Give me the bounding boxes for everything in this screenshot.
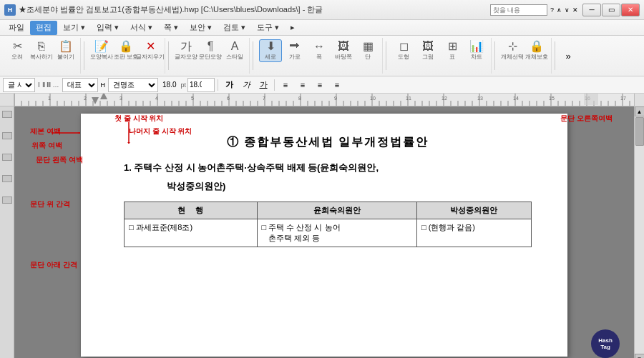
svg-text:9: 9 bbox=[334, 96, 337, 101]
paste-button[interactable]: 📋 붙이기 bbox=[54, 39, 77, 62]
format-div2 bbox=[274, 79, 275, 91]
toolbar-expand-button[interactable]: » bbox=[560, 47, 577, 64]
ann-topmargin: 위쪽 여백 bbox=[31, 141, 62, 151]
search-up-icon[interactable]: ? bbox=[550, 6, 554, 14]
bold-button[interactable]: 가 bbox=[221, 78, 237, 92]
ann-leftmargin: 제본 여백 bbox=[30, 126, 61, 136]
align-center-button[interactable]: ≡ bbox=[295, 78, 311, 92]
vertical-button[interactable]: ⬇ 세로 bbox=[259, 39, 282, 62]
search-bar: ? ∧ ∨ ✕ bbox=[490, 4, 578, 16]
menu-review[interactable]: 검토 ▾ bbox=[218, 21, 251, 35]
scroll-down-button[interactable]: ▼ bbox=[635, 354, 645, 358]
menu-edit[interactable]: 편집 bbox=[30, 21, 57, 35]
horizontal-button[interactable]: ⮕ 가로 bbox=[283, 39, 306, 62]
bg-icon: 🖼 bbox=[338, 41, 349, 52]
column-button[interactable]: ▦ 단 bbox=[356, 39, 379, 62]
menu-format[interactable]: 서식 ▾ bbox=[125, 21, 158, 35]
sidebar-btn4[interactable] bbox=[2, 175, 12, 182]
table-row-1: □ 과세표준(제8조) □ 주택 수 산정 시 농어 촌주택 제외 등 □ (현… bbox=[125, 219, 532, 247]
document-page: ① 종합부동산세법 일부개정법률안 1. 주택수 산정 시 농어촌주택·상속주택… bbox=[81, 114, 567, 357]
style-buttons: 가 글자모양 ¶ 문단모양 A 스타일 bbox=[175, 39, 246, 62]
picture-button[interactable]: 🖼 그림 bbox=[416, 39, 439, 62]
paste-icon: 📋 bbox=[59, 41, 73, 52]
close-button[interactable]: ✕ bbox=[621, 4, 640, 16]
cut-icon: ✂ bbox=[13, 41, 22, 52]
style-group: 가 글자모양 ¶ 문단모양 A 스타일 bbox=[172, 38, 250, 74]
search-x-icon[interactable]: ✕ bbox=[572, 6, 578, 14]
table-cell-1-3: □ (현행과 같음) bbox=[416, 219, 531, 247]
menu-more[interactable]: ▸ bbox=[285, 21, 301, 35]
ruler-corner bbox=[0, 94, 14, 106]
background-button[interactable]: 🖼 바탕쪽 bbox=[332, 39, 355, 62]
menu-input[interactable]: 입력 ▾ bbox=[91, 21, 125, 35]
ann-remainingline: 나머지 줄 시작 위치 bbox=[129, 126, 192, 136]
object-select-button[interactable]: ⊹ 개체선택 bbox=[501, 39, 524, 62]
content-row: 제본 여백 첫 줄 시작 위치 나머지 줄 시작 위치 위쪽 여백 문단 왼쪽 … bbox=[0, 106, 644, 358]
format-copy-button[interactable]: 📝 모양복사 bbox=[90, 39, 113, 62]
restore-button[interactable]: ▭ bbox=[602, 4, 620, 16]
format-copy-group: 📝 모양복사 🔒 조판 보호 ✕ 글자지우기 bbox=[87, 38, 165, 74]
scroll-track[interactable] bbox=[635, 116, 644, 354]
cut-button[interactable]: ✂ 오려 bbox=[6, 39, 29, 62]
edit-buttons: ✂ 오려 ⎘ 복사하기 📋 붙이기 bbox=[6, 39, 77, 62]
font-size-input[interactable] bbox=[187, 78, 215, 92]
font-name-select[interactable]: 견명조 bbox=[108, 78, 158, 92]
delete-format-icon: ✕ bbox=[146, 41, 155, 52]
svg-rect-107 bbox=[584, 94, 598, 105]
format-copy-icon: 📝 bbox=[94, 41, 109, 52]
menu-security[interactable]: 보안 ▾ bbox=[184, 21, 218, 35]
italic-button[interactable]: 가 bbox=[238, 78, 254, 92]
width-button[interactable]: ↔ 폭 bbox=[308, 39, 331, 62]
menu-file[interactable]: 파일 bbox=[3, 21, 30, 35]
character-style-button[interactable]: 가 글자모양 bbox=[175, 39, 197, 62]
document-table: 현 행 윤희숙의원안 박성중의원안 □ 과세표준(제8조) □ 주택 수 산정 … bbox=[124, 202, 532, 247]
chart-button[interactable]: 📊 차트 bbox=[465, 39, 488, 62]
menu-view[interactable]: 보기 ▾ bbox=[57, 21, 91, 35]
paragraph-style-button[interactable]: ¶ 문단모양 bbox=[199, 39, 222, 62]
char-style-icon: 가 bbox=[180, 41, 192, 52]
align-justify-button[interactable]: ≡ bbox=[329, 78, 345, 92]
ann-leftindent: 문단 왼쪽 여백 bbox=[36, 155, 83, 165]
sidebar-btn5[interactable] bbox=[2, 197, 12, 204]
menu-bar: 파일 편집 보기 ▾ 입력 ▾ 서식 ▾ 쪽 ▾ 보안 ▾ 검토 ▾ 도구 ▾ … bbox=[0, 20, 644, 36]
edit-protect-button[interactable]: 🔒 조판 보호 bbox=[114, 39, 137, 62]
table-cell-1-1: □ 과세표준(제8조) bbox=[125, 219, 258, 247]
search-input[interactable] bbox=[490, 4, 547, 16]
menu-page[interactable]: 쪽 ▾ bbox=[158, 21, 184, 35]
style-button[interactable]: A 스타일 bbox=[223, 39, 246, 62]
menu-tools[interactable]: 도구 ▾ bbox=[251, 21, 285, 35]
sep3 bbox=[253, 41, 253, 70]
insert-buttons: ◻ 도형 🖼 그림 ⊞ 표 📊 차트 bbox=[392, 39, 488, 62]
sep6 bbox=[555, 41, 555, 70]
sidebar-btn1[interactable] bbox=[2, 111, 12, 118]
sidebar-btn2[interactable] bbox=[2, 132, 12, 139]
format-div1 bbox=[218, 79, 218, 91]
left-sidebar bbox=[0, 106, 14, 358]
scroll-up-button[interactable]: ▲ bbox=[635, 106, 645, 116]
shape-icon: ◻ bbox=[399, 41, 409, 52]
vertical-icon: ⬇ bbox=[266, 41, 275, 52]
table-button[interactable]: ⊞ 표 bbox=[441, 39, 464, 62]
shape-button[interactable]: ◻ 도형 bbox=[392, 39, 415, 62]
table-header-2: 윤희숙의원안 bbox=[257, 202, 416, 219]
svg-text:11: 11 bbox=[406, 96, 411, 101]
sep5 bbox=[494, 41, 495, 70]
font-list-select[interactable]: 글 사각 bbox=[3, 78, 35, 92]
document-subtitle: 1. 주택수 산정 시 농어촌주택·상속주택 배제 등(윤희숙의원안, bbox=[124, 161, 532, 174]
layout-buttons: ⬇ 세로 ⮕ 가로 ↔ 폭 🖼 바탕쪽 ▦ 단 bbox=[259, 39, 379, 62]
align-right-button[interactable]: ≡ bbox=[312, 78, 328, 92]
delete-format-button[interactable]: ✕ 글자지우기 bbox=[139, 39, 162, 62]
object-group: ⊹ 개체선택 🔒 개체보호 bbox=[498, 38, 552, 74]
search-down-arrow[interactable]: ∧ bbox=[557, 6, 562, 14]
align-left-button[interactable]: ≡ bbox=[278, 78, 293, 92]
search-close-icon[interactable]: ∨ bbox=[565, 6, 570, 14]
style-select[interactable]: 대표 bbox=[62, 78, 98, 92]
minimize-button[interactable]: ─ bbox=[582, 4, 601, 16]
object-protect-button[interactable]: 🔒 개체보호 bbox=[525, 39, 548, 62]
svg-text:6: 6 bbox=[227, 96, 230, 101]
scroll-thumb[interactable] bbox=[635, 117, 644, 146]
underline-button[interactable]: 가 bbox=[255, 78, 271, 92]
copy-button[interactable]: ⎘ 복사하기 bbox=[30, 39, 53, 62]
vertical-scrollbar[interactable]: ▲ ▼ bbox=[634, 106, 644, 358]
sidebar-btn3[interactable] bbox=[2, 154, 12, 161]
